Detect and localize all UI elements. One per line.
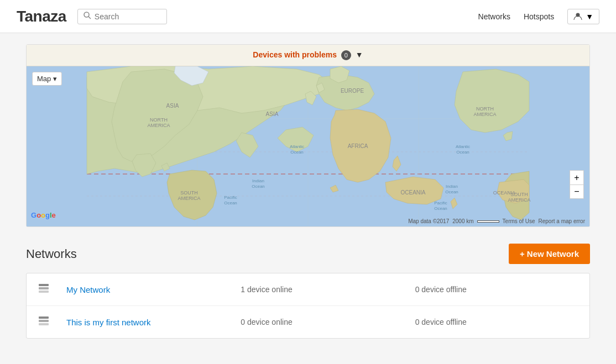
header: Tanaza Networks Hotspots ▼ (0, 0, 616, 33)
map-type-selector[interactable]: Map ▾ (32, 72, 62, 86)
svg-text:Ocean: Ocean (224, 201, 237, 205)
map-data-text: Map data ©2017 (408, 218, 449, 224)
search-box[interactable] (77, 9, 167, 24)
svg-text:Google: Google (31, 211, 56, 219)
map-container: ASIA NORTH AMERICA EUROPE AFRICA SOUTH A… (27, 66, 589, 226)
svg-text:Ocean: Ocean (252, 184, 265, 189)
svg-text:NORTH: NORTH (150, 117, 168, 123)
svg-text:AMERICA: AMERICA (473, 112, 496, 117)
svg-text:SOUTH: SOUTH (180, 190, 198, 196)
svg-text:NORTH: NORTH (476, 106, 494, 112)
svg-rect-38 (39, 284, 49, 286)
google-logo: Google (31, 210, 61, 222)
scale-bar (477, 220, 499, 223)
search-icon (83, 12, 91, 22)
network-list-item[interactable]: My Network 1 device online 0 device offl… (27, 273, 589, 306)
network-list-item[interactable]: This is my first network 0 device online… (27, 306, 589, 338)
header-nav: Networks Hotspots ▼ (478, 9, 599, 24)
network-icon (38, 315, 50, 329)
svg-text:OCEANIA: OCEANIA (400, 189, 425, 196)
svg-text:OCEANIA: OCEANIA (493, 190, 516, 196)
svg-text:AMERICA: AMERICA (508, 197, 530, 203)
svg-text:AMERICA: AMERICA (147, 123, 170, 128)
problems-badge: 0 (341, 50, 351, 60)
networks-title: Networks (26, 247, 77, 261)
svg-text:AFRICA: AFRICA (348, 143, 368, 149)
svg-text:Ocean: Ocean (290, 150, 304, 155)
world-map-svg: ASIA NORTH AMERICA EUROPE AFRICA SOUTH A… (27, 66, 589, 226)
svg-rect-40 (39, 291, 49, 293)
svg-text:Atlantic: Atlantic (290, 144, 304, 149)
network-offline-stat: 0 device offline (415, 285, 578, 294)
devices-problems-link[interactable]: Devices with problems (253, 50, 339, 59)
network-name[interactable]: My Network (66, 285, 229, 294)
svg-text:Ocean: Ocean (445, 189, 458, 194)
svg-text:Indian: Indian (252, 178, 264, 183)
map-footer: Map data ©2017 2000 km Terms of Use Repo… (408, 218, 585, 224)
network-offline-stat: 0 device offline (415, 318, 578, 326)
user-menu-button[interactable]: ▼ (567, 9, 599, 24)
new-network-button[interactable]: + New Network (509, 244, 590, 264)
networks-nav-link[interactable]: Networks (478, 12, 510, 21)
svg-text:Ocean: Ocean (434, 206, 447, 211)
problems-dropdown-icon[interactable]: ▼ (356, 50, 363, 59)
main-content: Devices with problems 0 ▼ (15, 33, 601, 350)
svg-text:Pacific: Pacific (224, 195, 237, 200)
svg-text:ASIA: ASIA (166, 103, 179, 109)
svg-text:Indian: Indian (446, 184, 458, 189)
map-type-chevron-icon: ▾ (53, 75, 57, 83)
terms-of-use-link[interactable]: Terms of Use (503, 218, 535, 224)
svg-point-0 (84, 12, 89, 17)
user-icon (573, 12, 582, 21)
map-section: Devices with problems 0 ▼ (26, 44, 590, 227)
logo: Tanaza (17, 8, 66, 25)
svg-text:EUROPE: EUROPE (341, 88, 364, 94)
networks-header: Networks + New Network (26, 244, 590, 264)
zoom-out-button[interactable]: − (570, 184, 584, 199)
svg-text:Atlantic: Atlantic (456, 144, 470, 149)
network-online-stat: 0 device online (241, 318, 404, 326)
user-chevron: ▼ (586, 12, 593, 21)
svg-rect-42 (39, 320, 49, 322)
svg-text:ASIA: ASIA (266, 111, 279, 117)
svg-text:AMERICA: AMERICA (178, 196, 200, 201)
map-type-label: Map (37, 75, 51, 83)
svg-rect-39 (39, 287, 49, 289)
search-input[interactable] (95, 12, 161, 21)
network-icon (38, 282, 50, 297)
zoom-in-button[interactable]: + (570, 170, 584, 184)
map-zoom-controls: + − (570, 170, 584, 199)
svg-text:Ocean: Ocean (456, 150, 469, 155)
network-list: My Network 1 device online 0 device offl… (26, 273, 590, 339)
svg-rect-41 (39, 316, 49, 319)
report-map-error-link[interactable]: Report a map error (539, 218, 585, 224)
map-scale-text: 2000 km (452, 218, 473, 224)
svg-line-1 (88, 17, 91, 19)
network-online-stat: 1 device online (241, 285, 404, 294)
svg-text:Pacific: Pacific (434, 201, 447, 205)
network-name[interactable]: This is my first network (66, 318, 229, 327)
svg-rect-43 (39, 323, 49, 325)
hotspots-nav-link[interactable]: Hotspots (524, 12, 554, 21)
map-header: Devices with problems 0 ▼ (27, 45, 589, 66)
